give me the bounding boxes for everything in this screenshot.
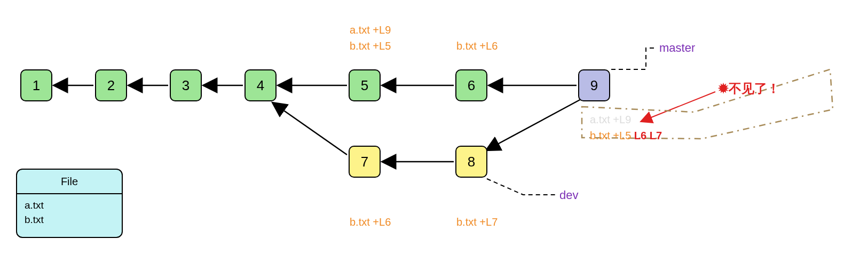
file-box-title: File: [17, 170, 122, 194]
branch-dev: dev: [559, 188, 578, 202]
merged-b-line: b.txt +L5 L6 L7: [590, 130, 662, 142]
file-item: b.txt: [25, 213, 114, 227]
connectors: [0, 0, 868, 270]
commit-5: 5: [349, 69, 381, 101]
commit-label: 3: [182, 77, 190, 94]
commit-label: 4: [257, 77, 264, 94]
merged-b-red: L6 L7: [634, 130, 662, 141]
diff-label-7: b.txt +L6: [350, 216, 391, 228]
commit-8: 8: [455, 146, 487, 178]
commit-label: 8: [468, 154, 475, 170]
diff-label-8: b.txt +L7: [456, 216, 498, 228]
commit-2: 2: [95, 69, 127, 101]
commit-3: 3: [170, 69, 202, 101]
commit-label: 7: [361, 154, 368, 170]
file-box-body: a.txt b.txt: [17, 194, 122, 231]
commit-9-merge: 9: [578, 69, 610, 101]
commit-6: 6: [455, 69, 487, 101]
merged-faded-a: a.txt +L9: [590, 114, 631, 126]
commit-label: 5: [361, 77, 368, 94]
commit-label: 2: [107, 77, 115, 94]
spark-icon: ✹: [718, 81, 729, 96]
svg-line-8: [486, 99, 582, 150]
file-item: a.txt: [25, 198, 114, 213]
commit-7: 7: [349, 146, 381, 178]
commit-label: 9: [590, 77, 598, 94]
callout-text: 不见了！: [729, 81, 780, 96]
file-box: File a.txt b.txt: [16, 169, 123, 238]
callout-gone: ✹不见了！: [718, 80, 780, 97]
diff-label-5b: b.txt +L5: [350, 40, 391, 52]
commit-1: 1: [20, 69, 52, 101]
branch-master: master: [659, 41, 695, 55]
commit-4: 4: [244, 69, 277, 101]
merged-b-prefix: b.txt +L5: [590, 130, 634, 141]
svg-line-6: [272, 102, 347, 155]
commit-label: 6: [468, 77, 475, 94]
commit-label: 1: [33, 77, 40, 94]
diff-label-6: b.txt +L6: [456, 40, 498, 52]
svg-line-9: [641, 92, 715, 122]
diff-label-5a: a.txt +L9: [350, 24, 391, 36]
